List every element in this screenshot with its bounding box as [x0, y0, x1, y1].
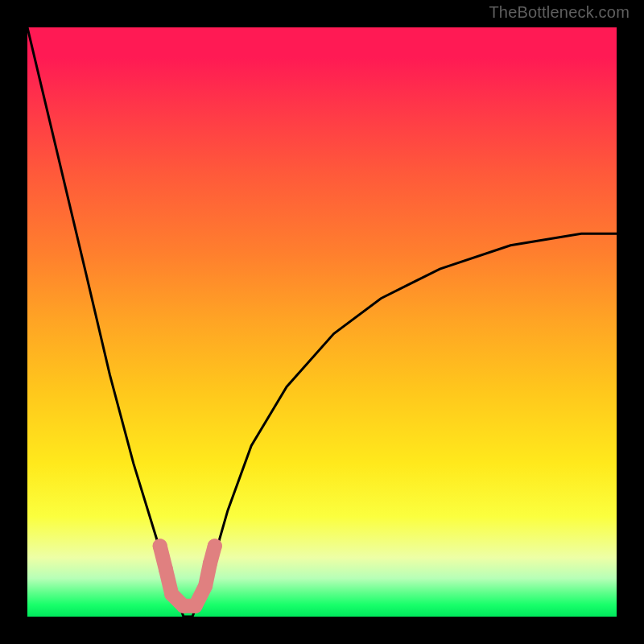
- threshold-markers: [153, 539, 222, 613]
- plot-area: [27, 27, 617, 617]
- watermark: TheBottleneck.com: [489, 3, 630, 22]
- threshold-marker-dot: [159, 562, 173, 576]
- threshold-marker-dot: [198, 579, 213, 593]
- threshold-marker-dot: [203, 556, 217, 571]
- threshold-marker-dot: [208, 539, 222, 553]
- threshold-marker-dot: [153, 539, 167, 553]
- curve-layer: [27, 27, 617, 617]
- threshold-marker-dot: [164, 587, 179, 601]
- threshold-marker-dot: [188, 599, 203, 613]
- bottleneck-curve: [27, 27, 617, 617]
- chart-stage: TheBottleneck.com: [0, 0, 644, 644]
